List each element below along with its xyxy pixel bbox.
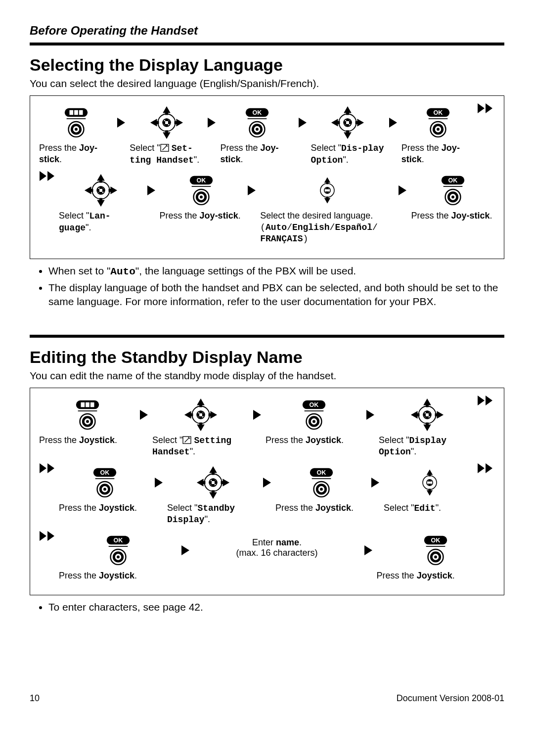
arrow-right-icon	[154, 477, 163, 488]
arrow-right-icon	[371, 477, 380, 488]
arrow-continue-icon	[39, 531, 55, 541]
arrow-right-icon	[364, 545, 373, 556]
arrow-right-icon	[207, 117, 216, 128]
footer: 10 Document Version 2008-01	[30, 693, 504, 704]
arrow-right-icon	[147, 185, 156, 196]
section2-notes: To enter characters, see page 42.	[30, 600, 504, 614]
menu-joystick-icon	[62, 106, 90, 139]
pencil-icon	[160, 144, 169, 152]
divider	[30, 335, 504, 338]
section1-procedure: Press the Joy-stick. Select " Set-ting H…	[30, 95, 504, 259]
page-number: 10	[30, 693, 40, 704]
ok-joystick-icon	[424, 106, 452, 139]
ok-joystick-icon	[243, 106, 271, 139]
ok-joystick-icon	[90, 466, 119, 499]
section1-intro: You can select the desired language (Eng…	[30, 78, 504, 89]
section2-procedure: Press the Joystick. Select " Setting Han…	[30, 388, 504, 596]
four-way-icon	[149, 105, 184, 140]
four-way-icon	[183, 398, 218, 432]
arrow-right-icon	[139, 409, 148, 420]
arrow-continue-icon	[477, 395, 493, 406]
divider	[30, 43, 504, 45]
ok-joystick-icon	[421, 534, 450, 567]
two-way-icon	[416, 469, 444, 496]
arrow-right-icon	[253, 409, 262, 420]
arrow-right-icon	[366, 409, 375, 420]
four-way-icon	[84, 173, 118, 208]
breadcrumb: Before Operating the Handset	[30, 24, 504, 38]
two-way-icon	[313, 177, 341, 204]
ok-joystick-icon	[187, 174, 216, 207]
section2-title: Editing the Standby Display Name	[30, 348, 504, 367]
arrow-right-icon	[117, 117, 126, 128]
ok-joystick-icon	[104, 534, 133, 567]
arrow-right-icon	[181, 545, 190, 556]
arrow-right-icon	[298, 117, 307, 128]
arrow-continue-icon	[477, 463, 493, 474]
pencil-icon	[182, 436, 191, 444]
arrow-continue-icon	[477, 103, 493, 114]
ok-joystick-icon	[300, 399, 328, 431]
arrow-continue-icon	[39, 463, 55, 474]
section2-intro: You can edit the name of the standby mod…	[30, 370, 504, 382]
section1-notes: When set to "Auto", the language setting…	[30, 264, 504, 309]
ok-joystick-icon	[307, 466, 336, 499]
four-way-icon	[410, 398, 445, 432]
arrow-continue-icon	[39, 171, 55, 181]
four-way-icon	[330, 105, 365, 140]
arrow-right-icon	[389, 117, 398, 128]
section1-title: Selecting the Display Language	[30, 55, 504, 75]
doc-version: Document Version 2008-01	[397, 693, 504, 704]
menu-joystick-icon	[73, 399, 102, 431]
arrow-right-icon	[398, 185, 407, 196]
four-way-icon	[196, 465, 230, 500]
arrow-right-icon	[263, 477, 271, 488]
arrow-right-icon	[247, 185, 256, 196]
ok-joystick-icon	[439, 174, 467, 207]
